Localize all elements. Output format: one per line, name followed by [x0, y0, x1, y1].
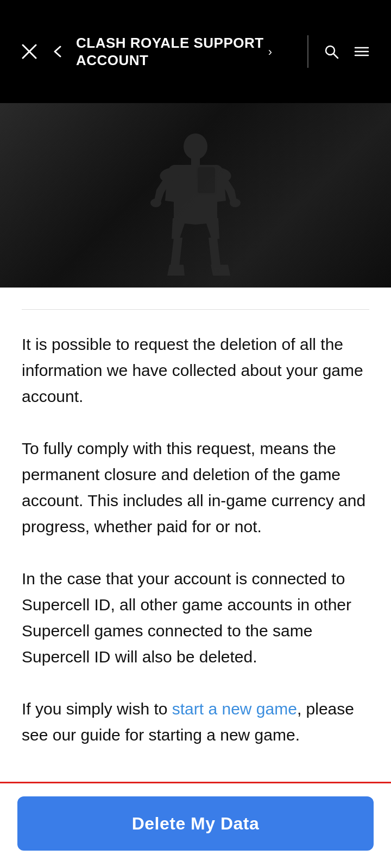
main-content: It is possible to request the deletion o…	[0, 310, 391, 835]
header-chevron-icon: ›	[268, 45, 272, 59]
delete-button-container: Delete My Data	[0, 782, 391, 868]
start-new-game-link[interactable]: start a new game	[172, 700, 297, 718]
paragraph-new-game: If you simply wish to start a new game, …	[22, 696, 369, 748]
delete-my-data-button[interactable]: Delete My Data	[17, 796, 374, 851]
menu-button[interactable]	[350, 40, 374, 63]
hero-image-inner	[0, 103, 391, 288]
svg-point-11	[150, 199, 161, 207]
svg-point-7	[184, 133, 207, 159]
header-title-area: CLASH ROYALE SUPPORTACCOUNT ›	[76, 34, 297, 69]
header-title-line2: ACCOUNT	[76, 52, 149, 68]
svg-line-3	[333, 54, 338, 58]
paragraph-intro: It is possible to request the deletion o…	[22, 331, 369, 410]
search-button[interactable]	[319, 40, 343, 63]
close-button[interactable]	[17, 40, 41, 63]
hero-figure-silhouette	[125, 130, 266, 288]
header-divider	[307, 35, 308, 68]
header-title: CLASH ROYALE SUPPORTACCOUNT	[76, 34, 264, 69]
paragraph-supercell-id: In the case that your account is connect…	[22, 566, 369, 670]
hero-image	[0, 103, 391, 288]
header: CLASH ROYALE SUPPORTACCOUNT ›	[0, 0, 391, 103]
paragraph-new-game-before: If you simply wish to	[22, 700, 172, 718]
paragraph-warning: To fully comply with this request, means…	[22, 436, 369, 540]
svg-rect-15	[198, 167, 215, 193]
svg-point-12	[230, 199, 241, 207]
back-button[interactable]	[46, 40, 70, 63]
svg-rect-8	[191, 157, 200, 165]
